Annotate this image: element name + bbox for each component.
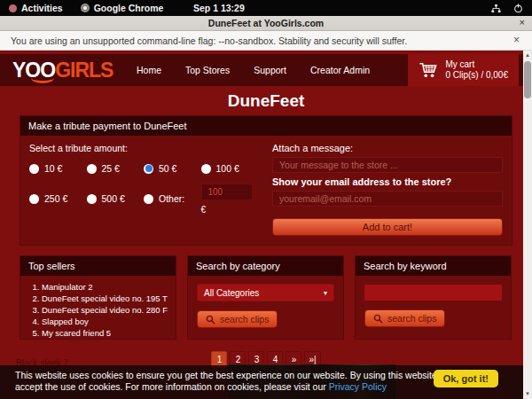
warning-text: You are using an unsupported command-lin… (11, 35, 407, 46)
activities-label: Activities (21, 3, 63, 13)
window-title: DuneFeet at YooGirls.com (208, 18, 324, 28)
category-select[interactable]: All Categories ▾ (197, 284, 334, 301)
top-seller-item[interactable]: Slapped boy (42, 316, 176, 327)
radio-icon (201, 164, 211, 174)
amount-column: Select a tribute amount: 10 € 25 € (29, 143, 258, 236)
main-nav: Home Top Stores Support Creator Admin (137, 65, 370, 75)
cart-label: My cart (445, 59, 508, 70)
email-input[interactable] (272, 191, 503, 207)
nav-item-top-stores[interactable]: Top Stores (185, 65, 230, 75)
message-input[interactable] (272, 157, 503, 173)
email-label: Show your email address to the store? (272, 176, 503, 187)
category-search-panel: Search by category All Categories ▾ sear… (187, 255, 344, 340)
radio-icon (29, 164, 39, 174)
cart-button[interactable]: My cart 0 Clip(s) / 0,00€ (408, 54, 519, 86)
cart-icon (419, 61, 438, 79)
warning-bar: You are using an unsupported command-lin… (0, 31, 532, 51)
desktop-top-bar: Activities Google Chrome Sep 1 13:29 (0, 0, 532, 16)
scroll-down-icon[interactable]: ▼ (523, 389, 532, 398)
power-icon[interactable] (513, 4, 523, 13)
top-seller-item[interactable]: Manipulator 2 (42, 281, 176, 293)
privacy-policy-link[interactable]: Privacy Policy (329, 381, 387, 392)
screen: Activities Google Chrome Sep 1 13:29 Dun… (0, 0, 532, 399)
nav-item-home[interactable]: Home (137, 65, 161, 75)
webpage: YOOGIRLS Home Top Stores Support Creator… (0, 51, 532, 399)
tribute-amount-50[interactable]: 50 € (144, 163, 201, 174)
category-selected-option: All Categories (204, 288, 259, 298)
activities-button[interactable]: Activities (0, 0, 72, 16)
logo-smile-icon (31, 73, 54, 83)
category-search-header: Search by category (188, 256, 343, 276)
message-column: Attach a message: Show your email addres… (272, 143, 503, 236)
activities-icon (9, 4, 17, 12)
top-sellers-list: Manipulator 2 DuneFeet special video no.… (20, 281, 176, 339)
tribute-amount-other[interactable]: Other: (144, 183, 201, 215)
window-close-button[interactable]: × (520, 17, 525, 27)
content: Make a tribute payment to DuneFeet Selec… (20, 115, 512, 368)
other-amount-currency: € (201, 205, 259, 215)
app-menu-label: Google Chrome (94, 3, 164, 13)
keyword-search-panel: Search by keyword search clips (355, 255, 512, 340)
page-title: DuneFeet (0, 91, 532, 111)
message-label: Attach a message: (272, 143, 503, 153)
nav-item-support[interactable]: Support (254, 65, 286, 75)
scroll-up-icon[interactable]: ▲ (523, 51, 532, 59)
radio-icon (87, 194, 97, 204)
site-header: YOOGIRLS Home Top Stores Support Creator… (0, 54, 532, 86)
clock[interactable]: Sep 1 13:29 (193, 0, 245, 16)
tribute-amount-25[interactable]: 25 € (87, 163, 145, 174)
keyword-search-header: Search by keyword (356, 256, 511, 276)
top-seller-item[interactable]: My scared friend 5 (42, 327, 176, 339)
keyword-input[interactable] (364, 285, 502, 301)
tribute-panel: Make a tribute payment to DuneFeet Selec… (20, 115, 512, 246)
amount-label: Select a tribute amount: (29, 143, 258, 153)
tribute-panel-header: Make a tribute payment to DuneFeet (20, 116, 512, 136)
network-icon[interactable] (491, 4, 501, 13)
tribute-amount-10[interactable]: 10 € (29, 163, 87, 174)
search-icon (206, 315, 215, 325)
cookie-consent-bar: This website uses cookies to ensure you … (0, 365, 523, 399)
window-titlebar[interactable]: DuneFeet at YooGirls.com × (0, 16, 532, 31)
cart-summary: 0 Clip(s) / 0,00€ (445, 70, 508, 81)
nav-item-creator-admin[interactable]: Creator Admin (310, 65, 370, 75)
tribute-amount-100[interactable]: 100 € (201, 163, 259, 174)
top-seller-item[interactable]: DuneFeet special video no. 280 F (42, 304, 176, 316)
scrollbar-thumb[interactable] (524, 61, 531, 98)
keyword-search-button[interactable]: search clips (364, 309, 445, 327)
top-sellers-header: Top sellers (20, 256, 176, 276)
top-sellers-panel: Top sellers Manipulator 2 DuneFeet speci… (20, 255, 176, 340)
cookie-accept-button[interactable]: Ok, got it! (434, 370, 498, 387)
search-icon (373, 314, 383, 324)
scrollbar[interactable]: ▲ ▼ (523, 51, 532, 399)
add-to-cart-button[interactable]: Add to cart! (272, 218, 503, 236)
cookie-text: This website uses cookies to ensure you … (15, 370, 455, 393)
radio-icon (29, 194, 39, 204)
radio-icon (144, 194, 153, 204)
tribute-amount-500[interactable]: 500 € (87, 183, 145, 215)
chevron-down-icon: ▾ (324, 289, 327, 297)
other-amount-cell: € (201, 183, 259, 215)
radio-icon-checked (144, 164, 153, 174)
radio-icon (87, 164, 97, 174)
tribute-amount-250[interactable]: 250 € (29, 183, 87, 215)
system-tray (491, 4, 532, 13)
warning-close-button[interactable]: × (513, 34, 520, 46)
app-menu-button[interactable]: Google Chrome (72, 0, 173, 16)
logo-text-girls: GIRLS (55, 59, 113, 82)
bottom-panels: Top sellers Manipulator 2 DuneFeet speci… (20, 255, 512, 340)
chrome-icon (81, 4, 90, 12)
site-logo[interactable]: YOOGIRLS (12, 60, 129, 81)
amount-options: 10 € 25 € 50 € (29, 163, 258, 215)
category-search-button[interactable]: search clips (197, 310, 278, 328)
top-seller-item[interactable]: DuneFeet special video no. 195 T (42, 293, 176, 304)
other-amount-input[interactable] (201, 184, 253, 200)
